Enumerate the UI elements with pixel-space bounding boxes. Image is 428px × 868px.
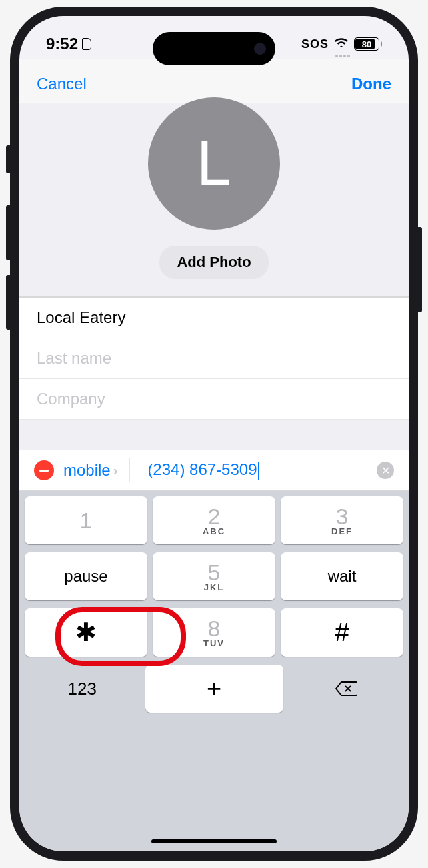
- key-star[interactable]: ✱: [25, 608, 147, 657]
- remove-phone-button[interactable]: [34, 460, 54, 480]
- phone-number-input[interactable]: (234) 867-5309: [139, 460, 367, 480]
- phone-screen: 9:52 SOS 80: [19, 16, 409, 851]
- avatar[interactable]: L: [148, 97, 280, 230]
- add-photo-button[interactable]: Add Photo: [159, 246, 268, 279]
- first-name-field[interactable]: Local Eatery: [19, 298, 409, 338]
- home-indicator[interactable]: [151, 839, 277, 843]
- cancel-button[interactable]: Cancel: [37, 75, 87, 93]
- sim-icon: [82, 38, 91, 50]
- last-name-field[interactable]: Last name: [19, 338, 409, 379]
- clear-input-button[interactable]: ✕: [377, 462, 394, 479]
- dynamic-island: [153, 32, 275, 65]
- name-fields: Local Eatery Last name Company: [19, 297, 409, 420]
- company-field[interactable]: Company: [19, 379, 409, 420]
- key-5[interactable]: 5 JKL: [153, 552, 275, 600]
- status-time: 9:52: [46, 35, 78, 53]
- done-button[interactable]: Done: [351, 75, 391, 93]
- wifi-icon: [334, 35, 349, 53]
- key-2[interactable]: 2 ABC: [153, 496, 275, 544]
- key-123[interactable]: 123: [25, 665, 140, 713]
- key-plus[interactable]: +: [145, 665, 283, 713]
- key-8[interactable]: 8 TUV: [153, 608, 275, 657]
- backspace-icon: [335, 681, 357, 697]
- keyboard: 1 2 ABC 3 DEF pause 5: [19, 491, 409, 851]
- sos-label: SOS: [301, 37, 329, 51]
- key-1[interactable]: 1: [25, 496, 147, 544]
- battery-icon: 80: [354, 37, 382, 51]
- key-hash[interactable]: #: [281, 608, 403, 657]
- key-pause[interactable]: pause: [25, 552, 147, 600]
- phone-frame: 9:52 SOS 80: [10, 7, 418, 861]
- phone-row: mobile › (234) 867-5309 ✕: [19, 450, 409, 491]
- key-wait[interactable]: wait: [281, 552, 403, 600]
- chevron-right-icon: ›: [113, 463, 118, 478]
- key-3[interactable]: 3 DEF: [281, 496, 403, 544]
- phone-type-button[interactable]: mobile ›: [63, 461, 117, 480]
- photo-section: L Add Photo: [19, 103, 409, 297]
- key-backspace[interactable]: [289, 665, 404, 713]
